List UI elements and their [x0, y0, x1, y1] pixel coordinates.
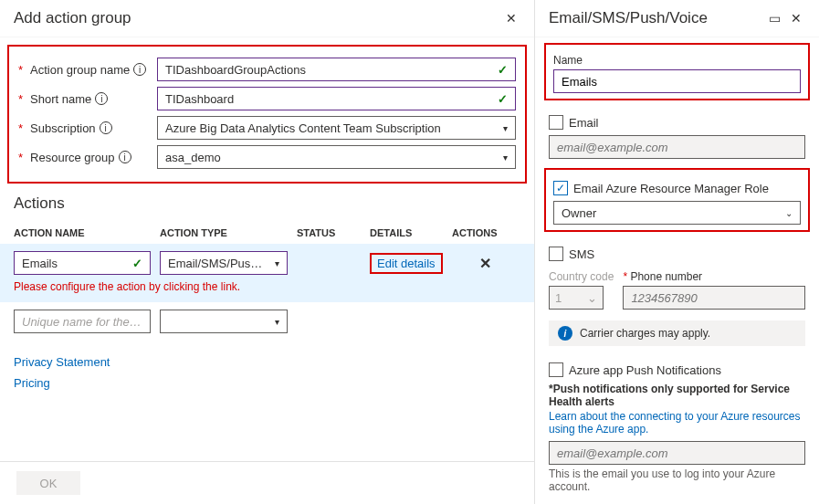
push-learn-link[interactable]: Learn about the connecting to your Azure…	[549, 410, 805, 436]
col-action-type: Action Type	[160, 227, 297, 238]
configure-hint: Please configure the action by clicking …	[14, 280, 520, 293]
right-pane-title: Email/SMS/Push/Voice	[549, 9, 761, 27]
col-action-name: Action Name	[14, 227, 160, 238]
arm-role-checkbox[interactable]: ✓	[553, 181, 568, 195]
carrier-charges-banner: i Carrier charges may apply.	[549, 320, 805, 346]
push-email-input[interactable]	[549, 441, 805, 465]
row-action-group-name: * Action group name i TIDashboardGroupAc…	[18, 58, 516, 81]
email-sms-push-voice-pane: Email/SMS/Push/Voice ▭ ✕ Name Email ✓ Em…	[535, 0, 819, 504]
remove-action-icon[interactable]: ✕	[479, 256, 491, 271]
required-star: *	[18, 63, 23, 77]
email-input[interactable]	[549, 135, 805, 159]
col-status: Status	[297, 227, 370, 238]
chevron-down-icon: ⌄	[587, 291, 597, 305]
info-icon[interactable]: i	[133, 63, 146, 76]
close-icon[interactable]: ✕	[787, 9, 805, 27]
arm-role-select[interactable]: Owner ⌄	[553, 201, 801, 225]
push-checkbox[interactable]	[549, 362, 563, 377]
email-check-row[interactable]: Email	[549, 115, 805, 130]
info-icon[interactable]: i	[100, 121, 112, 134]
action-row-highlighted: Emails ✓ Email/SMS/Push/V... ▾ Edit deta…	[0, 244, 534, 302]
valid-check-icon: ✓	[498, 63, 508, 77]
name-label: Name	[553, 54, 801, 67]
add-action-group-pane: Add action group ✕ * Action group name i…	[0, 0, 535, 504]
close-icon[interactable]: ✕	[502, 9, 520, 27]
sms-phone-row: Country code 1 ⌄ * Phone number	[549, 267, 805, 310]
chevron-down-icon: ▾	[503, 123, 508, 133]
label-resource-group: * Resource group i	[18, 151, 157, 164]
action-name-field[interactable]: Emails ✓	[14, 251, 151, 275]
pane-title: Add action group	[14, 9, 499, 27]
valid-check-icon: ✓	[132, 257, 142, 270]
push-help-text: This is the email you use to log into yo…	[549, 467, 805, 493]
select-resource-group[interactable]: asa_demo ▾	[157, 145, 516, 169]
top-form-highlight: * Action group name i TIDashboardGroupAc…	[7, 45, 527, 184]
name-input[interactable]	[553, 69, 801, 93]
pricing-link[interactable]: Pricing	[14, 376, 520, 390]
sms-checkbox[interactable]	[549, 247, 563, 261]
label-action-group-name: * Action group name i	[18, 63, 157, 77]
info-icon[interactable]: i	[119, 151, 131, 163]
privacy-statement-link[interactable]: Privacy Statement	[14, 355, 520, 369]
sms-check-row[interactable]: SMS	[549, 247, 805, 261]
info-icon[interactable]: i	[95, 92, 108, 105]
chevron-down-icon: ▾	[275, 258, 279, 268]
chevron-down-icon: ⌄	[785, 208, 793, 218]
col-actions: Actions	[452, 227, 520, 238]
row-short-name: * Short name i TIDashboard ✓	[18, 87, 516, 110]
arm-role-highlight: ✓ Email Azure Resource Manager Role Owne…	[544, 168, 810, 232]
row-resource-group: * Resource group i asa_demo ▾	[18, 145, 516, 169]
new-action-type-select[interactable]: ▾	[160, 310, 288, 333]
info-icon: i	[558, 326, 572, 341]
new-action-name-field[interactable]: Unique name for the act...	[14, 310, 151, 333]
col-details: Details	[370, 227, 452, 238]
edit-details-link[interactable]: Edit details	[377, 257, 436, 270]
push-check-row[interactable]: Azure app Push Notifications	[549, 362, 805, 377]
country-code-select[interactable]: 1 ⌄	[549, 286, 604, 310]
action-type-select[interactable]: Email/SMS/Push/V... ▾	[160, 251, 288, 275]
footer: OK	[0, 461, 534, 504]
maximize-icon[interactable]: ▭	[765, 9, 783, 27]
label-short-name: * Short name i	[18, 92, 157, 106]
push-note: *Push notifications only supported for S…	[549, 383, 805, 408]
actions-table-header: Action Name Action Type Status Details A…	[0, 218, 534, 244]
chevron-down-icon: ▾	[275, 317, 279, 327]
valid-check-icon: ✓	[498, 92, 508, 106]
chevron-down-icon: ▾	[503, 152, 508, 163]
email-checkbox[interactable]	[549, 115, 563, 130]
pane-header: Add action group ✕	[0, 0, 534, 37]
country-code-label: Country code	[549, 270, 614, 283]
arm-role-check-row[interactable]: ✓ Email Azure Resource Manager Role	[553, 181, 801, 195]
phone-input[interactable]	[623, 286, 805, 310]
name-highlight: Name	[544, 43, 810, 100]
phone-label: * Phone number	[623, 270, 805, 283]
right-pane-header: Email/SMS/Push/Voice ▭ ✕	[535, 0, 819, 37]
edit-details-highlight: Edit details	[370, 253, 443, 274]
input-action-group-name[interactable]: TIDashboardGroupActions ✓	[157, 58, 516, 81]
label-subscription: * Subscription i	[18, 121, 157, 135]
ok-button[interactable]: OK	[16, 471, 80, 495]
footer-links: Privacy Statement Pricing	[0, 341, 534, 404]
row-subscription: * Subscription i Azure Big Data Analytic…	[18, 116, 516, 140]
actions-title: Actions	[0, 191, 534, 218]
input-short-name[interactable]: TIDashboard ✓	[157, 87, 516, 110]
select-subscription[interactable]: Azure Big Data Analytics Content Team Su…	[157, 116, 516, 140]
